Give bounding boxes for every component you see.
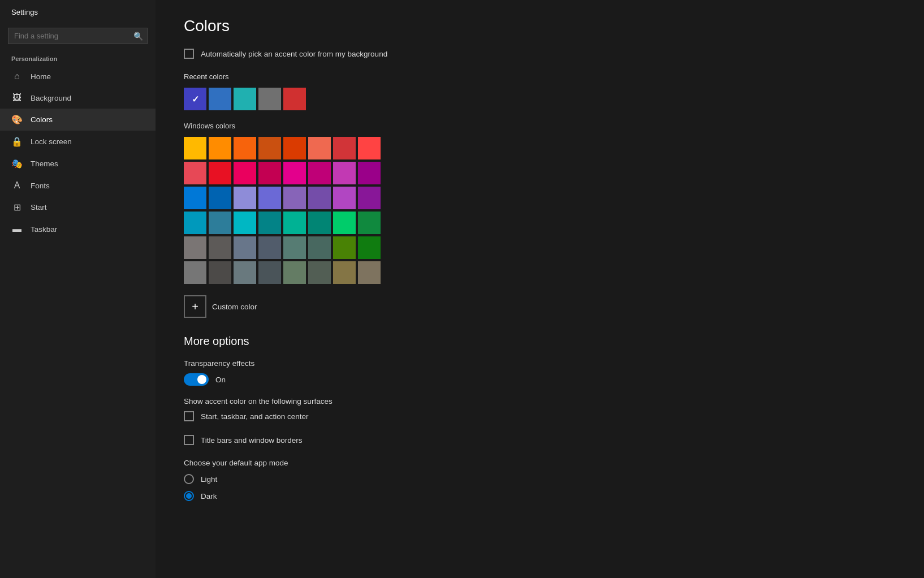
windows-color-31[interactable] <box>358 212 381 234</box>
windows-color-11[interactable] <box>258 162 281 184</box>
windows-color-22[interactable] <box>333 187 356 209</box>
recent-color-4[interactable] <box>283 88 306 110</box>
radio-light[interactable]: Light <box>184 474 896 484</box>
windows-color-27[interactable] <box>258 212 281 234</box>
windows-color-15[interactable] <box>358 162 381 184</box>
windows-color-33[interactable] <box>209 236 231 259</box>
windows-color-6[interactable] <box>333 137 356 159</box>
sidebar-item-colors[interactable]: 🎨 Colors <box>0 109 156 131</box>
surface-start-row[interactable]: Start, taskbar, and action center <box>184 411 896 421</box>
windows-color-46[interactable] <box>333 261 356 284</box>
sidebar-item-lock-screen[interactable]: 🔒 Lock screen <box>0 131 156 153</box>
surface-titlebars-checkbox[interactable] <box>184 435 194 445</box>
windows-color-12[interactable] <box>283 162 306 184</box>
recent-color-3[interactable] <box>258 88 281 110</box>
sidebar-item-background[interactable]: 🖼 Background <box>0 87 156 109</box>
sidebar-item-home[interactable]: ⌂ Home <box>0 66 156 87</box>
surface-start-checkbox[interactable] <box>184 411 194 421</box>
surface-start-label: Start, taskbar, and action center <box>201 412 309 421</box>
windows-color-3[interactable] <box>258 137 281 159</box>
windows-color-23[interactable] <box>358 187 381 209</box>
windows-color-30[interactable] <box>333 212 356 234</box>
custom-color-button[interactable]: + Custom color <box>184 295 896 318</box>
windows-color-28[interactable] <box>283 212 306 234</box>
sidebar-item-taskbar[interactable]: ▬ Taskbar <box>0 218 156 240</box>
recent-color-1[interactable] <box>209 88 231 110</box>
sidebar-item-label-background: Background <box>31 94 71 102</box>
transparency-toggle[interactable] <box>184 373 209 386</box>
custom-color-label: Custom color <box>212 303 257 311</box>
show-accent-group: Show accent color on the following surfa… <box>184 397 896 445</box>
windows-color-19[interactable] <box>258 187 281 209</box>
search-box: 🔍 <box>8 28 148 44</box>
windows-color-1[interactable] <box>209 137 231 159</box>
windows-color-41[interactable] <box>209 261 231 284</box>
app-mode-title: Choose your default app mode <box>184 459 896 467</box>
windows-color-38[interactable] <box>333 236 356 259</box>
sidebar: Settings 🔍 Personalization ⌂ Home 🖼 Back… <box>0 0 156 578</box>
windows-color-8[interactable] <box>184 162 206 184</box>
home-icon: ⌂ <box>11 71 23 81</box>
windows-color-25[interactable] <box>209 212 231 234</box>
windows-color-39[interactable] <box>358 236 381 259</box>
windows-color-45[interactable] <box>308 261 331 284</box>
windows-color-40[interactable] <box>184 261 206 284</box>
themes-icon: 🎭 <box>11 158 23 169</box>
windows-colors-title: Windows colors <box>184 122 896 130</box>
app-title: Settings <box>0 0 156 24</box>
recent-color-2[interactable] <box>234 88 256 110</box>
windows-color-36[interactable] <box>283 236 306 259</box>
app-mode-group: Choose your default app mode Light Dark <box>184 459 896 501</box>
transparency-group: Transparency effects On <box>184 359 896 386</box>
sidebar-item-fonts[interactable]: A Fonts <box>0 175 156 196</box>
windows-color-44[interactable] <box>283 261 306 284</box>
windows-color-14[interactable] <box>333 162 356 184</box>
radio-label-dark: Dark <box>201 492 217 501</box>
windows-color-34[interactable] <box>234 236 256 259</box>
windows-color-47[interactable] <box>358 261 381 284</box>
windows-color-13[interactable] <box>308 162 331 184</box>
windows-color-26[interactable] <box>234 212 256 234</box>
radio-dark[interactable]: Dark <box>184 491 896 501</box>
sidebar-item-label-start: Start <box>31 203 47 212</box>
background-icon: 🖼 <box>11 93 23 103</box>
windows-color-42[interactable] <box>234 261 256 284</box>
recent-color-0[interactable] <box>184 88 206 110</box>
sidebar-item-start[interactable]: ⊞ Start <box>0 196 156 218</box>
windows-color-0[interactable] <box>184 137 206 159</box>
windows-color-37[interactable] <box>308 236 331 259</box>
radio-label-light: Light <box>201 475 217 484</box>
windows-color-20[interactable] <box>283 187 306 209</box>
start-icon: ⊞ <box>11 202 23 213</box>
windows-color-29[interactable] <box>308 212 331 234</box>
windows-color-2[interactable] <box>234 137 256 159</box>
windows-color-21[interactable] <box>308 187 331 209</box>
sidebar-item-label-fonts: Fonts <box>31 182 50 190</box>
windows-color-4[interactable] <box>283 137 306 159</box>
auto-accent-row[interactable]: Automatically pick an accent color from … <box>184 49 896 59</box>
sidebar-item-themes[interactable]: 🎭 Themes <box>0 153 156 175</box>
windows-color-35[interactable] <box>258 236 281 259</box>
plus-icon: + <box>184 295 206 318</box>
radio-indicator-light <box>184 474 194 484</box>
windows-color-32[interactable] <box>184 236 206 259</box>
windows-color-16[interactable] <box>184 187 206 209</box>
auto-accent-label: Automatically pick an accent color from … <box>201 50 387 58</box>
windows-color-43[interactable] <box>258 261 281 284</box>
auto-accent-checkbox[interactable] <box>184 49 194 59</box>
windows-color-9[interactable] <box>209 162 231 184</box>
search-input[interactable] <box>8 28 148 44</box>
windows-color-17[interactable] <box>209 187 231 209</box>
windows-color-7[interactable] <box>358 137 381 159</box>
sidebar-item-label-colors: Colors <box>31 115 53 124</box>
taskbar-icon: ▬ <box>11 224 23 234</box>
windows-color-18[interactable] <box>234 187 256 209</box>
main-content: Colors Automatically pick an accent colo… <box>156 0 924 578</box>
surface-titlebars-row[interactable]: Title bars and window borders <box>184 435 896 445</box>
windows-color-10[interactable] <box>234 162 256 184</box>
recent-colors-title: Recent colors <box>184 72 896 81</box>
windows-color-5[interactable] <box>308 137 331 159</box>
transparency-label: Transparency effects <box>184 359 896 368</box>
windows-color-24[interactable] <box>184 212 206 234</box>
more-options-title: More options <box>184 335 896 348</box>
